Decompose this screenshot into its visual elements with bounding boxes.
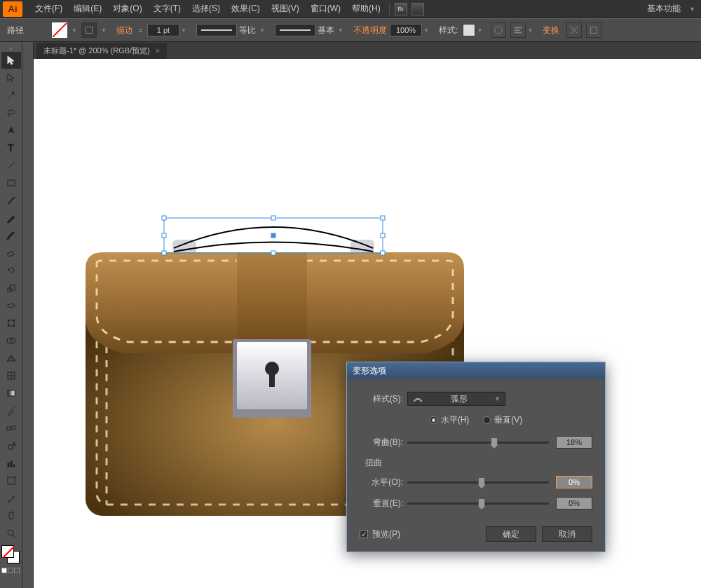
- radio-horizontal[interactable]: 水平(H): [430, 414, 470, 426]
- shape-builder-tool[interactable]: [1, 332, 21, 349]
- pen-tool[interactable]: [1, 122, 21, 139]
- bend-slider[interactable]: [407, 442, 549, 444]
- symbol-sprayer-tool[interactable]: [1, 437, 21, 454]
- menu-object[interactable]: 对象(O): [107, 3, 147, 15]
- style-label: 样式:: [439, 25, 458, 36]
- chevron-down-icon[interactable]: ▼: [336, 27, 345, 34]
- svg-rect-32: [8, 477, 15, 484]
- isolate-icon[interactable]: [566, 22, 582, 38]
- column-graph-tool[interactable]: [1, 455, 21, 472]
- horizontal-distort-slider[interactable]: [407, 481, 549, 484]
- fill-color-swatch[interactable]: [1, 545, 14, 558]
- arrange-documents-icon[interactable]: [411, 3, 424, 15]
- fill-stroke-swatches[interactable]: [1, 545, 21, 565]
- ok-button[interactable]: 确定: [486, 526, 536, 542]
- stroke-label: 描边: [116, 25, 133, 36]
- svg-rect-56: [271, 233, 275, 238]
- chevron-down-icon[interactable]: ▼: [422, 27, 430, 34]
- brush-definition[interactable]: [275, 24, 315, 36]
- close-icon[interactable]: ×: [156, 46, 160, 55]
- paintbrush-tool[interactable]: [1, 192, 21, 209]
- menu-help[interactable]: 帮助(H): [346, 3, 386, 15]
- chevron-down-icon[interactable]: ▼: [686, 6, 698, 13]
- eraser-tool[interactable]: [1, 245, 21, 261]
- width-tool[interactable]: [1, 297, 21, 314]
- bend-value[interactable]: 18%: [556, 436, 592, 449]
- blob-brush-tool[interactable]: [1, 227, 21, 244]
- artboard-tool[interactable]: [1, 472, 21, 489]
- direct-selection-tool[interactable]: [1, 69, 21, 86]
- radio-v-label: 垂直(V): [494, 414, 522, 426]
- zoom-tool[interactable]: [1, 525, 21, 542]
- svg-rect-1: [515, 27, 522, 29]
- menu-select[interactable]: 选择(S): [186, 3, 226, 15]
- chevron-down-icon[interactable]: ▼: [100, 27, 108, 34]
- rectangle-tool[interactable]: [1, 175, 21, 191]
- menu-effect[interactable]: 效果(C): [226, 3, 266, 15]
- menu-view[interactable]: 视图(V): [266, 3, 305, 15]
- chevron-down-icon[interactable]: ▼: [70, 27, 79, 34]
- dialog-title-bar[interactable]: 变形选项: [347, 362, 605, 379]
- vertical-distort-value[interactable]: 0%: [556, 497, 592, 510]
- stroke-weight-input[interactable]: 1 pt: [147, 24, 179, 36]
- chevron-down-icon[interactable]: ▼: [258, 27, 266, 34]
- chevron-down-icon[interactable]: ▼: [179, 27, 188, 34]
- horizontal-distort-value[interactable]: 0%: [556, 476, 592, 488]
- lasso-tool[interactable]: [1, 104, 21, 121]
- fill-swatch[interactable]: [52, 22, 67, 38]
- slice-tool[interactable]: [1, 490, 21, 507]
- vertical-distort-slider[interactable]: [407, 502, 549, 505]
- perspective-grid-tool[interactable]: [1, 350, 21, 367]
- mesh-tool[interactable]: [1, 367, 21, 384]
- eyedropper-tool[interactable]: [1, 402, 21, 419]
- bridge-icon[interactable]: Br: [395, 3, 407, 15]
- svg-text:T: T: [8, 142, 14, 153]
- draw-mode-buttons[interactable]: [1, 568, 22, 573]
- radio-vertical[interactable]: 垂直(V): [483, 414, 522, 426]
- type-tool[interactable]: T: [1, 139, 21, 156]
- selection-tool[interactable]: [1, 52, 21, 69]
- menu-edit[interactable]: 编辑(E): [68, 3, 107, 15]
- pencil-tool[interactable]: [1, 210, 21, 226]
- variable-width-profile[interactable]: [196, 24, 237, 36]
- svg-rect-54: [271, 251, 275, 255]
- gradient-tool[interactable]: [1, 385, 21, 402]
- workspace-switcher[interactable]: 基本功能: [641, 3, 686, 15]
- menu-window[interactable]: 窗口(W): [305, 3, 346, 15]
- scale-tool[interactable]: [1, 280, 21, 296]
- chevron-down-icon[interactable]: ▼: [475, 27, 484, 34]
- transform-panel-icon[interactable]: [586, 22, 601, 38]
- tools-panel: » T: [0, 42, 22, 588]
- svg-rect-2: [515, 29, 519, 31]
- preview-checkbox[interactable]: ✓: [360, 530, 368, 538]
- opacity-input[interactable]: 100%: [390, 24, 422, 36]
- hand-tool[interactable]: [1, 507, 21, 524]
- line-segment-tool[interactable]: [1, 157, 21, 174]
- menu-type[interactable]: 文字(T): [148, 3, 186, 15]
- warp-style-select[interactable]: 弧形 ▼: [407, 392, 505, 406]
- distortion-section-label: 扭曲: [365, 457, 592, 469]
- vertical-distort-label: 垂直(E):: [360, 498, 403, 510]
- free-transform-tool[interactable]: [1, 315, 21, 331]
- app-logo-icon: Ai: [3, 1, 22, 17]
- align-panel-icon[interactable]: [510, 22, 526, 38]
- stepper-icon[interactable]: ≑: [136, 27, 144, 34]
- svg-rect-50: [381, 216, 385, 220]
- graphic-style-swatch[interactable]: [463, 24, 475, 36]
- svg-rect-51: [162, 233, 166, 238]
- cancel-button[interactable]: 取消: [542, 526, 592, 542]
- document-tab[interactable]: 未标题-1* @ 200% (RGB/预览) ×: [36, 43, 167, 59]
- chevron-down-icon[interactable]: ▼: [526, 27, 534, 34]
- panel-grip-icon[interactable]: »: [0, 45, 22, 52]
- svg-point-28: [14, 444, 15, 446]
- selection-type-label: 路径: [7, 25, 24, 36]
- blend-tool[interactable]: [1, 420, 21, 437]
- preview-label: 预览(P): [372, 528, 480, 540]
- stroke-swatch[interactable]: [81, 22, 97, 38]
- rotate-tool[interactable]: [1, 262, 21, 279]
- menu-file[interactable]: 文件(F): [29, 3, 68, 15]
- svg-rect-49: [271, 216, 275, 220]
- recolor-artwork-icon[interactable]: [491, 22, 506, 38]
- magic-wand-tool[interactable]: [1, 87, 21, 104]
- collapsed-panel-strip[interactable]: [22, 42, 34, 588]
